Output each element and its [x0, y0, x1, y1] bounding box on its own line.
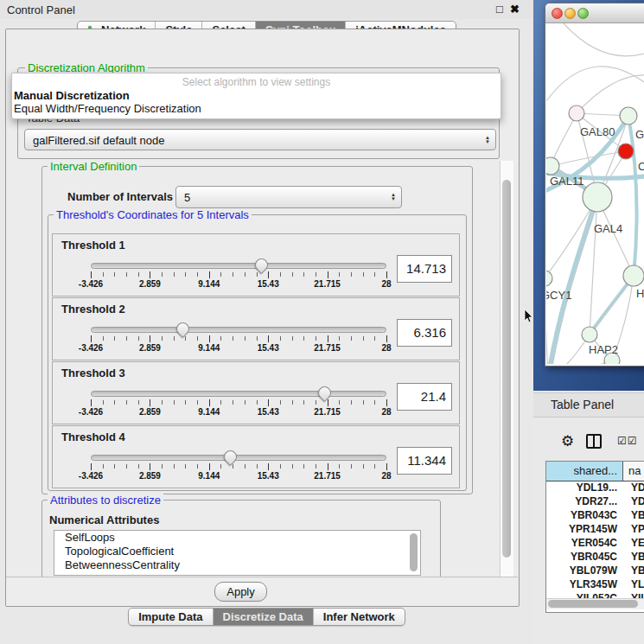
slider-major-tick — [91, 335, 92, 342]
attributes-group-title: Attributes to discretize — [48, 494, 163, 507]
tab-impute-data[interactable]: Impute Data — [129, 609, 212, 625]
table-row[interactable]: YBR043CYBR0 — [546, 508, 644, 522]
number-of-intervals-combo[interactable]: 5 ▲▼ — [175, 186, 402, 208]
slider-scale-label: 9.144 — [198, 471, 220, 481]
scrollbar-thumb[interactable] — [548, 600, 638, 608]
table-row[interactable]: YPR145WYPR1 — [546, 522, 644, 536]
node-attribute-table[interactable]: shared... na YDL19...YDL1YDR27...YDR2YBR… — [545, 461, 644, 613]
table-row[interactable]: YER054CYER0 — [546, 536, 644, 550]
slider-major-tick — [209, 399, 210, 406]
network-node-label: GAL4 — [594, 222, 622, 235]
network-canvas[interactable]: GAL80GCGAL11GAL4GCY1HHAP2 — [546, 23, 644, 364]
table-row[interactable]: YDL19...YDL1 — [546, 481, 644, 494]
slider-scale-label: 15.43 — [258, 471, 279, 481]
threshold-slider[interactable]: -3.4262.8599.14415.4321.71528 — [91, 324, 386, 354]
network-node-label: GAL11 — [550, 175, 584, 188]
list-item[interactable]: BetweennessCentrality — [54, 558, 420, 572]
tab-infer-network[interactable]: Infer Network — [313, 609, 405, 625]
float-window-icon[interactable]: □ — [496, 3, 503, 16]
table-horizontal-scrollbar[interactable] — [546, 598, 644, 609]
slider-ticks — [91, 400, 386, 405]
scrollbar-thumb[interactable] — [502, 180, 511, 558]
cell-shared-name: YDR27... — [546, 494, 625, 508]
threshold-row: Threshold 3-3.4262.8599.14415.4321.71528… — [52, 361, 460, 424]
slider-track[interactable] — [91, 263, 386, 269]
list-item[interactable]: SelfLoops — [54, 531, 420, 545]
numerical-attributes-label: Numerical Attributes — [49, 513, 159, 526]
slider-scale-label: -3.426 — [79, 407, 103, 417]
column-header-name[interactable]: na — [623, 462, 644, 481]
slider-thumb[interactable] — [316, 384, 334, 402]
slider-track[interactable] — [91, 455, 386, 461]
slider-scale-label: 28 — [381, 343, 391, 353]
zoom-traffic-light-icon[interactable] — [577, 8, 589, 19]
network-node[interactable] — [623, 265, 644, 286]
cell-name: YDR2 — [625, 494, 644, 508]
list-scrollbar-thumb[interactable] — [410, 533, 418, 571]
algorithm-option[interactable]: Equal Width/Frequency Discretization — [14, 102, 201, 115]
slider-ticks — [91, 464, 386, 469]
cell-name: YLR3 — [625, 577, 644, 591]
threshold-slider[interactable]: -3.4262.8599.14415.4321.71528 — [91, 260, 386, 290]
threshold-value-field[interactable]: 21.4 — [397, 383, 452, 411]
slider-scale-label: 2.859 — [139, 279, 161, 289]
network-node[interactable] — [620, 107, 637, 124]
network-window-titlebar[interactable] — [545, 3, 644, 23]
network-node[interactable] — [582, 327, 597, 342]
tab-group: Impute DataDiscretize DataInfer Network — [128, 608, 405, 626]
cell-name: YDL1 — [625, 481, 644, 494]
cell-name: YPR1 — [625, 522, 644, 536]
slider-ticks — [91, 272, 386, 277]
slider-major-tick — [91, 463, 92, 470]
slider-scale-label: -3.426 — [79, 343, 103, 353]
slider-track[interactable] — [91, 391, 386, 397]
algorithm-option[interactable]: Manual Discretization — [14, 89, 130, 102]
network-node-label: GCY1 — [546, 289, 571, 302]
minimize-traffic-light-icon[interactable] — [564, 8, 576, 19]
network-node[interactable] — [546, 157, 559, 175]
network-view-window[interactable]: GAL80GCGAL11GAL4GCY1HHAP2 — [545, 3, 644, 367]
table-row[interactable]: YDR27...YDR2 — [546, 494, 644, 508]
tab-discretize-data[interactable]: Discretize Data — [213, 609, 313, 625]
network-node[interactable] — [569, 105, 584, 121]
network-node-label: G — [635, 128, 644, 141]
table-row[interactable]: YLR345WYLR3 — [546, 577, 644, 591]
slider-track[interactable] — [91, 327, 386, 333]
cell-shared-name: YLR345W — [546, 577, 625, 591]
threshold-value-field[interactable]: 11.344 — [397, 447, 452, 475]
close-panel-icon[interactable]: ✖ — [510, 3, 520, 16]
stepper-icon: ▲▼ — [391, 193, 396, 201]
network-node-label: GAL80 — [580, 125, 615, 138]
slider-major-tick — [328, 271, 328, 278]
numerical-attributes-list[interactable]: SelfLoopsTopologicalCoefficientBetweenne… — [54, 530, 421, 576]
apply-button[interactable]: Apply — [214, 582, 267, 602]
slider-scale-label: 15.43 — [258, 407, 279, 417]
list-item[interactable]: TopologicalCoefficient — [54, 545, 420, 558]
gear-icon[interactable]: ⚙ — [561, 432, 574, 450]
checkbox-filter-icons[interactable]: ☑☑ — [617, 435, 638, 447]
slider-thumb[interactable] — [221, 448, 239, 466]
network-node[interactable] — [546, 271, 552, 286]
attribute-items: SelfLoopsTopologicalCoefficientBetweenne… — [54, 531, 420, 572]
table-row[interactable]: YBL079WYBL0 — [546, 564, 644, 577]
threshold-value-field[interactable]: 14.713 — [397, 255, 452, 283]
split-columns-icon[interactable] — [586, 434, 602, 449]
panel-vertical-scrollbar[interactable] — [500, 161, 513, 590]
column-header-shared-name[interactable]: shared... — [546, 462, 623, 481]
threshold-value-field[interactable]: 6.316 — [397, 319, 452, 347]
tab-label: Impute Data — [138, 610, 202, 623]
threshold-slider[interactable]: -3.4262.8599.14415.4321.71528 — [91, 452, 386, 481]
table-data-combo[interactable]: galFiltered.sif default node ▲▼ — [24, 129, 496, 150]
close-traffic-light-icon[interactable] — [552, 8, 563, 19]
slider-scale-label: 2.859 — [139, 471, 161, 481]
slider-major-tick — [91, 399, 92, 406]
slider-scale-label: 28 — [381, 279, 391, 289]
threshold-slider[interactable]: -3.4262.8599.14415.4321.71528 — [91, 388, 386, 418]
number-of-intervals-label: Number of Intervals — [67, 190, 173, 203]
slider-scale-label: -3.426 — [79, 279, 103, 289]
table-row[interactable]: YBR045CYBR0 — [546, 550, 644, 564]
slider-ticks — [91, 336, 386, 341]
slider-thumb[interactable] — [174, 320, 192, 338]
network-node[interactable] — [618, 143, 634, 159]
network-node[interactable] — [583, 182, 612, 212]
